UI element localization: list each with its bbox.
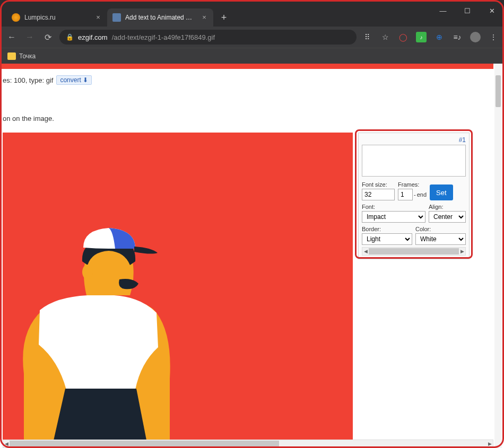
close-icon[interactable]: ×	[201, 14, 208, 21]
frames-label: Frames:	[398, 181, 427, 188]
minimize-button[interactable]: —	[431, 0, 455, 21]
url-path: /add-text/ezgif-1-a49fe17f6849.gif	[112, 33, 215, 41]
scroll-left-icon[interactable]: ◀	[362, 248, 369, 255]
close-button[interactable]: ✕	[480, 0, 504, 21]
border-select[interactable]: Light	[362, 233, 412, 245]
text-settings-panel: #1 Font size: Frames: - end	[358, 133, 470, 443]
translate-icon[interactable]: ⠿	[362, 32, 372, 42]
tab-strip: Lumpics.ru × Add text to Animated GIFs -…	[0, 0, 231, 27]
font-size-input[interactable]	[362, 189, 395, 200]
page-horizontal-scrollbar[interactable]: ◀ ▶	[3, 440, 493, 448]
extension-globe-icon[interactable]: ⊕	[434, 32, 445, 42]
header-stripe	[0, 64, 493, 69]
bookmark-item[interactable]: Точка	[19, 52, 36, 60]
font-label: Font:	[362, 204, 425, 210]
window-controls: — ☐ ✕	[431, 0, 504, 21]
font-size-label: Font size:	[362, 181, 395, 188]
bookmarks-bar: Точка	[0, 48, 504, 64]
font-select[interactable]: Impact	[362, 211, 425, 223]
frames-from-input[interactable]	[398, 189, 413, 200]
titlebar: Lumpics.ru × Add text to Animated GIFs -…	[0, 0, 504, 27]
download-icon: ⬇	[83, 76, 88, 84]
toolbar-icons: ⠿ ☆ ◯ ♪ ⊕ ≡♪ ⋮	[362, 32, 499, 42]
convert-label: convert	[60, 76, 81, 84]
tab-ezgif[interactable]: Add text to Animated GIFs - gif-... ×	[107, 8, 213, 27]
close-icon[interactable]: ×	[94, 14, 102, 21]
address-bar: ← → ⟳ 🔒 ezgif.com/add-text/ezgif-1-a49fe…	[0, 27, 504, 48]
scroll-thumb[interactable]	[369, 248, 459, 254]
new-tab-button[interactable]: +	[216, 10, 231, 25]
border-label: Border:	[362, 226, 412, 232]
scroll-thumb[interactable]	[496, 75, 501, 107]
tab-title: Lumpics.ru	[24, 14, 90, 21]
reading-list-icon[interactable]: ≡♪	[452, 32, 463, 42]
scroll-thumb[interactable]	[10, 441, 279, 447]
url-field[interactable]: 🔒 ezgif.com/add-text/ezgif-1-a49fe17f684…	[59, 30, 357, 45]
caption-text-input[interactable]	[362, 145, 466, 177]
panel-id: #1	[362, 136, 466, 145]
scroll-left-icon[interactable]: ◀	[3, 440, 10, 447]
extension-green-icon[interactable]: ♪	[416, 32, 427, 42]
maximize-button[interactable]: ☐	[455, 0, 480, 21]
frames-to: end	[417, 191, 427, 198]
back-button[interactable]: ←	[5, 31, 18, 43]
reload-button[interactable]: ⟳	[41, 31, 54, 43]
page-content: es: 100, type: gif convert ⬇ on on the i…	[0, 64, 504, 448]
page-vertical-scrollbar[interactable]	[494, 64, 502, 448]
instruction-text: on on the image.	[3, 115, 54, 122]
color-label: Color:	[415, 226, 466, 232]
url-domain: ezgif.com	[78, 33, 108, 41]
profile-avatar[interactable]	[470, 32, 481, 42]
scroll-right-icon[interactable]: ▶	[459, 248, 465, 255]
extension-opera-icon[interactable]: ◯	[398, 32, 409, 42]
bookmark-star-icon[interactable]: ☆	[380, 32, 390, 42]
gif-illustration	[3, 199, 215, 443]
menu-icon[interactable]: ⋮	[488, 32, 499, 42]
gif-preview[interactable]	[3, 133, 353, 443]
forward-button[interactable]: →	[23, 31, 36, 43]
favicon-ezgif	[112, 13, 121, 22]
folder-icon	[7, 52, 16, 60]
favicon-lumpics	[12, 13, 20, 22]
frames-sep: -	[414, 191, 416, 198]
align-label: Align:	[429, 204, 466, 210]
panel-scrollbar[interactable]: ◀ ▶	[362, 247, 466, 256]
lock-icon: 🔒	[66, 33, 74, 41]
color-select[interactable]: White	[415, 233, 466, 245]
file-info-text: es: 100, type: gif	[3, 76, 53, 84]
file-info-line: es: 100, type: gif convert ⬇	[3, 75, 92, 85]
tab-title: Add text to Animated GIFs - gif-...	[125, 14, 196, 21]
align-select[interactable]: Center	[429, 211, 466, 223]
scroll-right-icon[interactable]: ▶	[486, 440, 493, 447]
svg-point-0	[82, 265, 93, 279]
tab-lumpics[interactable]: Lumpics.ru ×	[6, 8, 107, 27]
set-button[interactable]: Set	[430, 185, 453, 200]
convert-button[interactable]: convert ⬇	[56, 75, 91, 85]
